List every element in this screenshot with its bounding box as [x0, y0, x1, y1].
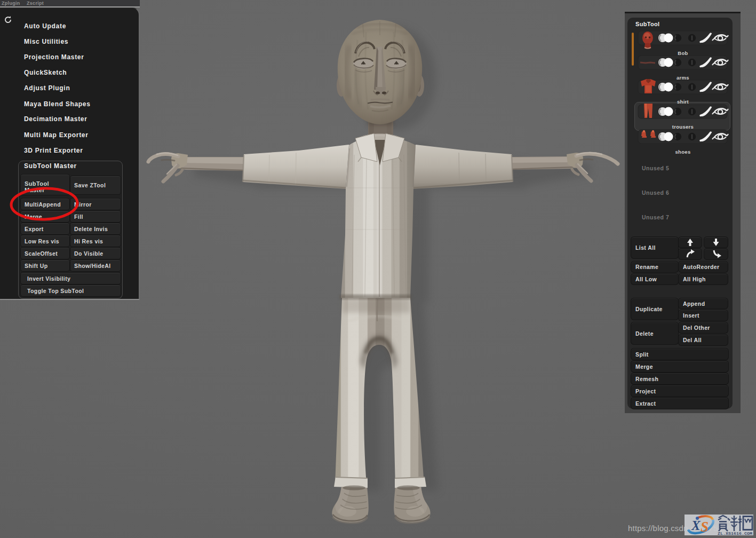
- svg-text:S: S: [701, 519, 709, 535]
- svg-text:ZL.XS1616.COM: ZL.XS1616.COM: [718, 531, 752, 535]
- svg-text:X: X: [691, 518, 701, 533]
